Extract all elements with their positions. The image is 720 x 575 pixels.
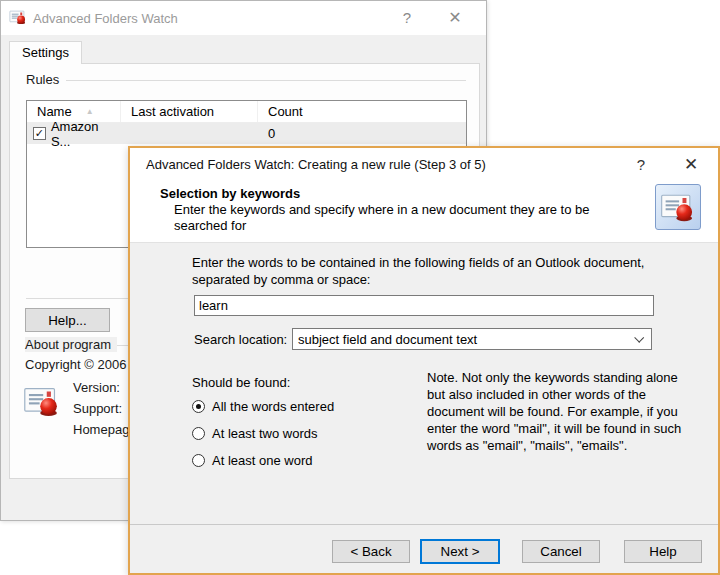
sort-asc-icon: ▲ <box>86 107 94 116</box>
mail-alarm-icon <box>23 382 61 423</box>
rules-group-line <box>66 80 466 81</box>
next-button[interactable]: Next > <box>420 539 500 564</box>
rule-name: Amazon S... <box>51 119 121 149</box>
radio-icon <box>192 454 205 467</box>
dialog-title: Advanced Folders Watch: Creating a new r… <box>146 157 486 172</box>
app-mail-alarm-icon <box>9 8 27 29</box>
close-icon[interactable]: ✕ <box>674 149 708 179</box>
rules-table-header[interactable]: Name ▲ Last activation Count <box>27 101 466 123</box>
search-location-label: Search location: <box>194 332 287 347</box>
cancel-button[interactable]: Cancel <box>522 540 600 563</box>
column-header-last-activation[interactable]: Last activation <box>121 101 258 122</box>
tab-settings[interactable]: Settings <box>9 41 82 64</box>
step-title: Selection by keywords <box>160 186 300 201</box>
chevron-down-icon <box>634 333 644 343</box>
column-header-name[interactable]: Name ▲ <box>27 101 121 122</box>
titlebar[interactable]: Advanced Folders Watch: Creating a new r… <box>130 148 718 180</box>
wizard-header: Selection by keywords Enter the keywords… <box>130 180 718 243</box>
search-location-value: subject field and document text <box>298 332 477 347</box>
help-button[interactable]: Help... <box>25 308 110 332</box>
radio-at-least-two[interactable]: At least two words <box>192 426 318 441</box>
titlebar[interactable]: Advanced Folders Watch ? ✕ <box>1 1 486 35</box>
support-label: Support: <box>73 401 122 416</box>
rule-count: 0 <box>258 123 466 144</box>
rules-group-label: Rules <box>26 72 65 87</box>
copyright-text: Copyright © 2006 M <box>25 357 141 372</box>
radio-icon <box>192 427 205 440</box>
keywords-input[interactable] <box>194 295 654 316</box>
dialog-creating-new-rule-step3: Advanced Folders Watch: Creating a new r… <box>128 146 720 575</box>
window-title: Advanced Folders Watch <box>33 11 178 26</box>
help-titlebar-icon[interactable]: ? <box>390 2 424 32</box>
about-group-label: About program <box>25 337 117 352</box>
help-button[interactable]: Help <box>624 540 702 563</box>
radio-all-words[interactable]: All the words entered <box>192 399 334 414</box>
should-be-found-label: Should be found: <box>192 375 290 390</box>
radio-icon <box>192 400 205 413</box>
search-location-dropdown[interactable]: subject field and document text <box>292 328 652 350</box>
column-header-count[interactable]: Count <box>258 101 466 122</box>
help-titlebar-icon[interactable]: ? <box>624 149 658 179</box>
version-label: Version: <box>73 380 120 395</box>
table-row[interactable]: ✓ Amazon S... 0 <box>27 123 466 144</box>
rule-enabled-checkbox[interactable]: ✓ <box>33 127 46 140</box>
back-button[interactable]: < Back <box>332 540 410 563</box>
mail-alarm-icon <box>655 184 701 230</box>
separator <box>130 524 718 525</box>
rule-last-activation <box>121 123 258 144</box>
note-text: Note. Not only the keywords standing alo… <box>427 369 691 454</box>
radio-at-least-one[interactable]: At least one word <box>192 453 312 468</box>
close-icon[interactable]: ✕ <box>438 2 472 32</box>
step-description: Enter the keywords and specify where in … <box>174 202 644 234</box>
keywords-prompt: Enter the words to be contained in the f… <box>192 254 682 288</box>
